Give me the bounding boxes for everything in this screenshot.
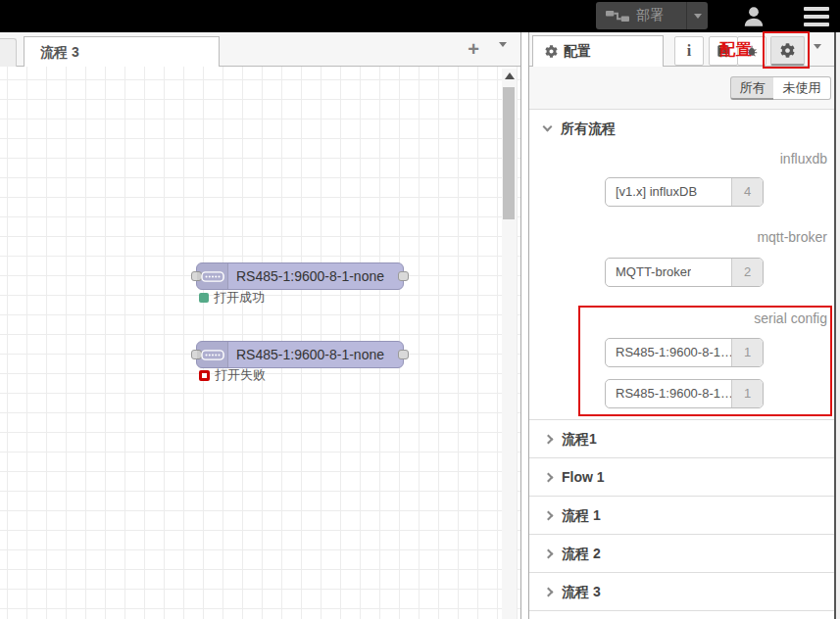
node-status: 打开失败 (199, 366, 266, 384)
deploy-icon (606, 9, 629, 24)
usage-count-badge: 2 (731, 259, 763, 286)
status-dot-green (199, 293, 209, 303)
node-label: RS485-1:9600-8-1-none (236, 342, 384, 367)
info-icon: i (687, 42, 691, 60)
chevron-right-icon (544, 435, 554, 445)
config-nodes-list: 所有流程 influxdb [v1.x] influxDB 4 mqtt-bro… (529, 110, 834, 619)
config-node-serial-1[interactable]: RS485-1:9600-8-1… 1 (605, 338, 764, 367)
node-status: 打开成功 (199, 289, 265, 307)
sidebar-splitter[interactable] (520, 32, 529, 619)
status-text: 打开成功 (214, 289, 265, 307)
section-flow-1[interactable]: 流程 1 (529, 496, 834, 534)
section-all-flows[interactable]: 所有流程 (529, 110, 834, 147)
gear-icon (545, 45, 558, 58)
node-label: RS485-1:9600-8-1-none (236, 263, 384, 289)
filter-unused-button[interactable]: 未使用 (773, 76, 831, 100)
deploy-button[interactable]: 部署 (596, 2, 708, 29)
output-port[interactable] (398, 350, 409, 359)
sidebar-tabbar: 配置 i (529, 32, 834, 67)
category-mqtt-broker: mqtt-broker (757, 229, 827, 245)
info-tab-button[interactable]: i (674, 36, 704, 66)
gear-icon (780, 43, 795, 58)
serial-node-failure[interactable]: RS485-1:9600-8-1-none (196, 341, 404, 368)
status-ring-red (199, 370, 210, 381)
debug-tab-button[interactable] (737, 36, 766, 66)
scrollbar-thumb[interactable] (503, 87, 515, 219)
chevron-right-icon (544, 549, 554, 559)
window-right-edge (834, 32, 840, 619)
usage-count-badge: 4 (731, 178, 763, 206)
section-label: 所有流程 (561, 120, 616, 138)
config-node-serial-2[interactable]: RS485-1:9600-8-1… 1 (605, 379, 764, 408)
serial-port-icon (201, 348, 224, 362)
chevron-down-icon (694, 14, 702, 19)
category-influxdb: influxdb (780, 151, 827, 167)
section-flow-3[interactable]: 流程 3 (529, 572, 834, 610)
app-header: 部署 (0, 0, 840, 32)
config-sidebar: 配置 i (529, 32, 834, 619)
flow-canvas[interactable]: RS485-1:9600-8-1-none 打开成功 RS (0, 67, 520, 619)
tab-config[interactable]: 配置 (532, 35, 664, 67)
chevron-down-icon (543, 122, 553, 132)
flow-tabbar: 流程 3 + (0, 32, 520, 67)
chevron-right-icon (544, 588, 554, 597)
canvas-scrollbar[interactable] (502, 69, 517, 619)
section-flow1[interactable]: 流程1 (529, 419, 834, 457)
node-red-editor: 部署 流程 3 + (0, 0, 840, 619)
category-serial-config: serial config (754, 310, 827, 326)
chevron-down-icon (814, 44, 821, 66)
filter-all-button[interactable]: 所有 (730, 76, 774, 100)
user-icon[interactable] (741, 4, 766, 29)
workspace: 流程 3 + RS485-1:9600-8-1-none (0, 32, 520, 619)
chevron-right-icon (544, 473, 554, 483)
config-filter-row: 所有 未使用 (529, 67, 834, 110)
status-text: 打开失败 (215, 366, 266, 384)
deploy-label: 部署 (636, 7, 664, 24)
section-flow-1-en[interactable]: Flow 1 (529, 457, 834, 496)
book-icon (716, 44, 730, 58)
section-flow-2[interactable]: 流程 2 (529, 534, 834, 572)
sidebar-tabs-overflow-button[interactable] (814, 49, 821, 67)
deploy-options-button[interactable] (686, 2, 708, 29)
tab-previous-partial[interactable] (0, 38, 17, 67)
config-node-mqtt-broker[interactable]: MQTT-broker 2 (605, 258, 764, 287)
help-tab-button[interactable] (709, 36, 738, 66)
serial-port-icon (201, 269, 224, 284)
divider (529, 610, 834, 611)
serial-node-success[interactable]: RS485-1:9600-8-1-none (196, 262, 404, 290)
bug-icon (745, 44, 759, 58)
usage-count-badge: 1 (731, 339, 763, 366)
scroll-up-arrow-icon[interactable] (505, 72, 515, 79)
add-flow-button[interactable]: + (463, 38, 484, 60)
chevron-right-icon (544, 511, 554, 521)
usage-count-badge: 1 (731, 380, 763, 407)
config-node-influxdb[interactable]: [v1.x] influxDB 4 (605, 177, 764, 207)
config-tab-title: 配置 (564, 43, 591, 61)
flow-list-dropdown-button[interactable] (499, 47, 507, 65)
tab-flow-3[interactable]: 流程 3 (24, 36, 220, 67)
config-nodes-tab-button[interactable] (770, 36, 805, 66)
chevron-down-icon (499, 42, 507, 64)
output-port[interactable] (398, 271, 409, 281)
hamburger-menu-icon[interactable] (804, 7, 829, 26)
